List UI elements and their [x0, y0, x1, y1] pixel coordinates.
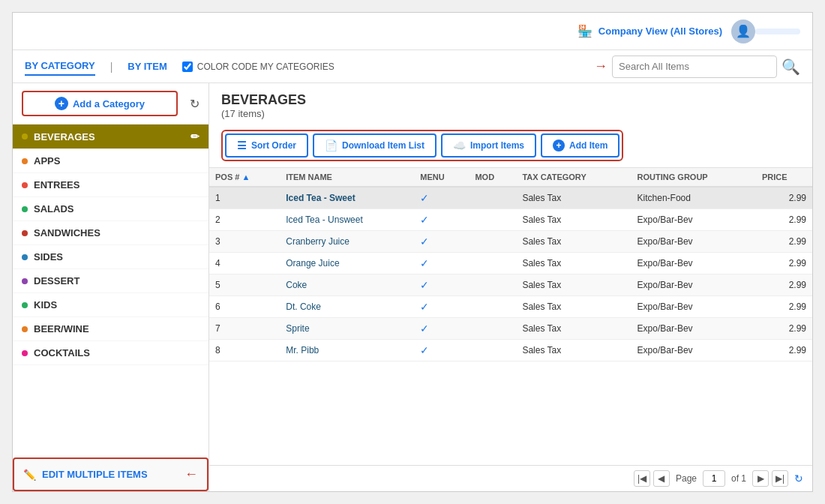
table-row[interactable]: 2Iced Tea - Unsweet✓Sales TaxExpo/Bar-Be…: [209, 209, 812, 231]
avatar[interactable]: 👤: [731, 20, 755, 44]
col-routing: ROUTING GROUP: [632, 168, 756, 187]
category-dot: [22, 158, 28, 164]
checkmark-icon: ✓: [420, 236, 429, 248]
download-icon: 📄: [325, 140, 338, 152]
cell-item-name[interactable]: Cranberry Juice: [280, 231, 414, 253]
col-mod: MOD: [469, 168, 516, 187]
table-row[interactable]: 4Orange Juice✓Sales TaxExpo/Bar-Bev2.99: [209, 253, 812, 274]
cell-price: 2.99: [756, 209, 812, 231]
page-first-button[interactable]: |◀: [634, 470, 650, 487]
cell-item-name[interactable]: Dt. Coke: [280, 296, 414, 318]
checkmark-icon: ✓: [420, 257, 429, 269]
page-input[interactable]: [703, 470, 725, 487]
checkmark-icon: ✓: [420, 344, 429, 356]
col-menu: MENU: [414, 168, 469, 187]
table-row[interactable]: 8Mr. Pibb✓Sales TaxExpo/Bar-Bev2.99: [209, 340, 812, 362]
page-last-button[interactable]: ▶|: [772, 470, 788, 487]
page-prev-button[interactable]: ◀: [653, 470, 670, 487]
bottom-arrow-hint: ←: [184, 466, 198, 482]
add-item-button[interactable]: + Add Item: [541, 134, 620, 158]
cell-tax: Sales Tax: [516, 253, 631, 274]
table-row[interactable]: 3Cranberry Juice✓Sales TaxExpo/Bar-Bev2.…: [209, 231, 812, 253]
refresh-button[interactable]: ↻: [190, 97, 200, 111]
cell-mod: [469, 231, 516, 253]
download-button[interactable]: 📄 Download Item List: [313, 134, 436, 158]
cell-price: 2.99: [756, 340, 812, 362]
sidebar-item-salads[interactable]: SALADS: [13, 197, 208, 221]
sidebar-item-kids[interactable]: KIDS: [13, 293, 208, 317]
import-button[interactable]: ☁️ Import Items: [441, 134, 536, 158]
sidebar-item-beverages[interactable]: BEVERAGES✏: [13, 124, 208, 149]
checkmark-icon: ✓: [420, 279, 429, 291]
company-view-label: Company View (All Stores): [598, 26, 722, 37]
tab-by-item[interactable]: BY ITEM: [128, 58, 167, 75]
sidebar-item-beer-wine[interactable]: BEER/WINE: [13, 317, 208, 341]
sort-order-button[interactable]: ☰ Sort Order: [225, 134, 308, 158]
cell-mod: [469, 253, 516, 274]
cell-routing: Kitchen-Food: [632, 187, 756, 209]
company-view-button[interactable]: 🏪 Company View (All Stores): [578, 24, 722, 38]
cell-price: 2.99: [756, 253, 812, 274]
search-button[interactable]: 🔍: [782, 58, 800, 76]
cell-tax: Sales Tax: [516, 318, 631, 340]
panel-header: BEVERAGES (17 items): [209, 83, 812, 124]
checkmark-icon: ✓: [420, 214, 429, 226]
cell-menu: ✓: [414, 318, 469, 340]
sidebar-item-label: BEVERAGES: [34, 131, 95, 142]
search-arrow-hint: →: [594, 58, 608, 74]
sidebar-item-sides[interactable]: SIDES: [13, 245, 208, 269]
cell-pos: 5: [209, 274, 280, 296]
sidebar-item-label: BEER/WINE: [34, 323, 89, 334]
cell-menu: ✓: [414, 296, 469, 318]
cell-price: 2.99: [756, 274, 812, 296]
tab-by-category[interactable]: BY CATEGORY: [25, 57, 95, 76]
category-dot: [22, 278, 28, 284]
cell-routing: Expo/Bar-Bev: [632, 274, 756, 296]
main-content: + Add a Category ↻ BEVERAGES✏APPSENTREES…: [13, 83, 812, 491]
sidebar-item-label: DESSERT: [34, 275, 80, 286]
edit-pencil-icon: ✏️: [23, 469, 36, 481]
category-dot: [22, 254, 28, 260]
cell-item-name[interactable]: Sprite: [280, 318, 414, 340]
cell-menu: ✓: [414, 274, 469, 296]
category-dot: [22, 302, 28, 308]
right-panel: BEVERAGES (17 items) ☰ Sort Order 📄 Down…: [209, 83, 812, 491]
sidebar-item-sandwiches[interactable]: SANDWICHES: [13, 221, 208, 245]
cell-tax: Sales Tax: [516, 231, 631, 253]
sidebar-item-label: COCKTAILS: [34, 347, 90, 358]
sidebar-item-entrees[interactable]: ENTREES: [13, 173, 208, 197]
cell-pos: 6: [209, 296, 280, 318]
cell-tax: Sales Tax: [516, 340, 631, 362]
table-refresh-button[interactable]: ↻: [794, 472, 803, 484]
col-item-name: ITEM NAME: [280, 168, 414, 187]
color-code-checkbox[interactable]: [182, 62, 193, 72]
cell-mod: [469, 209, 516, 231]
table-row[interactable]: 6Dt. Coke✓Sales TaxExpo/Bar-Bev2.99: [209, 296, 812, 318]
sidebar-item-apps[interactable]: APPS: [13, 149, 208, 173]
cell-price: 2.99: [756, 187, 812, 209]
sidebar-item-dessert[interactable]: DESSERT: [13, 269, 208, 293]
checkmark-icon: ✓: [420, 322, 429, 334]
cell-item-name[interactable]: Iced Tea - Unsweet: [280, 209, 414, 231]
table-row[interactable]: 1Iced Tea - Sweet✓Sales TaxKitchen-Food2…: [209, 187, 812, 209]
cell-item-name[interactable]: Mr. Pibb: [280, 340, 414, 362]
cell-routing: Expo/Bar-Bev: [632, 296, 756, 318]
cell-item-name[interactable]: Orange Juice: [280, 253, 414, 274]
nav-divider: |: [110, 61, 113, 73]
add-category-button[interactable]: + Add a Category: [22, 91, 178, 116]
cell-menu: ✓: [414, 187, 469, 209]
cell-item-name[interactable]: Coke: [280, 274, 414, 296]
cell-item-name[interactable]: Iced Tea - Sweet: [280, 187, 414, 209]
sidebar-item-cocktails[interactable]: COCKTAILS: [13, 341, 208, 365]
search-input[interactable]: [612, 56, 777, 78]
sort-icon: ☰: [237, 140, 247, 152]
table-row[interactable]: 5Coke✓Sales TaxExpo/Bar-Bev2.99: [209, 274, 812, 296]
edit-multiple-button[interactable]: ✏️ EDIT MULTIPLE ITEMS ←: [13, 458, 208, 491]
page-next-button[interactable]: ▶: [752, 470, 769, 487]
color-code-label: COLOR CODE MY CATEGORIES: [197, 62, 334, 72]
cell-routing: Expo/Bar-Bev: [632, 231, 756, 253]
table-row[interactable]: 7Sprite✓Sales TaxExpo/Bar-Bev2.99: [209, 318, 812, 340]
col-tax: TAX CATEGORY: [516, 168, 631, 187]
cell-routing: Expo/Bar-Bev: [632, 318, 756, 340]
items-table-container: POS # ▲ ITEM NAME MENU MOD TAX CATEGORY …: [209, 168, 812, 465]
